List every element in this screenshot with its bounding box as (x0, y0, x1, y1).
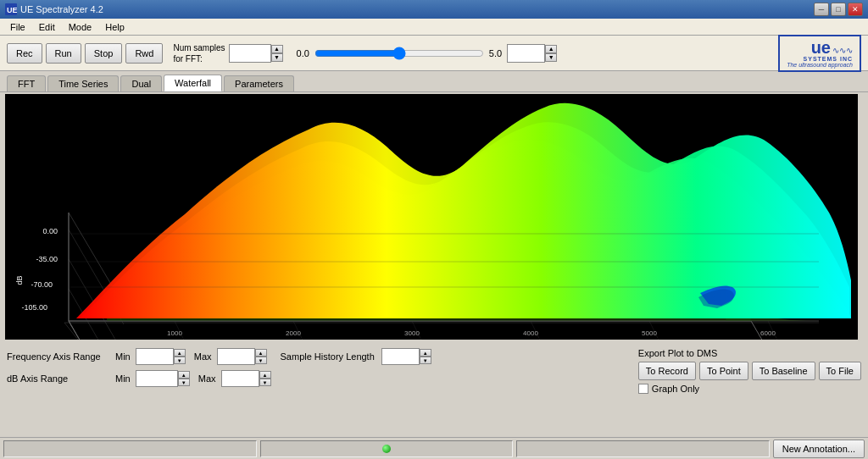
svg-text:-70.00: -70.00 (31, 280, 53, 289)
fft-spin-up[interactable]: ▲ (271, 45, 283, 53)
fft-value-input[interactable]: 4096 (229, 44, 271, 63)
run-button[interactable]: Run (46, 43, 81, 64)
sample-history-input[interactable]: 10 (381, 348, 420, 365)
slider-right-label: 5.0 (489, 48, 502, 58)
svg-text:-105.00: -105.00 (21, 303, 47, 312)
close-button[interactable]: ✕ (848, 3, 863, 16)
fft-label-line2: for FFT: (173, 53, 225, 64)
new-annotation-button[interactable]: New Annotation... (773, 440, 865, 458)
graph-only-checkbox[interactable] (638, 384, 648, 394)
export-title: Export Plot to DMS (638, 348, 861, 358)
rec-button[interactable]: Rec (7, 43, 42, 64)
title-bar: UE UE Spectralyzer 4.2 ─ □ ✕ (0, 0, 868, 19)
logo: ue ∿∿∿ SYSTEMS INC The ultrasound approa… (778, 35, 861, 72)
green-indicator (382, 445, 391, 453)
svg-text:-35.00: -35.00 (36, 255, 58, 263)
restore-button[interactable]: □ (831, 3, 846, 16)
menu-bar: File Edit Mode Help (0, 19, 868, 36)
tab-time-series[interactable]: Time Series (47, 75, 119, 91)
stop-button[interactable]: Stop (85, 43, 123, 64)
value-spin-input[interactable]: 4.73 (507, 44, 545, 63)
to-record-button[interactable]: To Record (638, 362, 696, 380)
db-max-spin-down[interactable]: ▼ (259, 379, 271, 386)
db-max-label: Max (198, 373, 216, 384)
db-min-spin-up[interactable]: ▲ (178, 371, 190, 379)
slider-left-label: 0.0 (297, 48, 309, 58)
db-axis-label: dB Axis Range (7, 373, 108, 384)
menu-edit[interactable]: Edit (32, 20, 62, 34)
sample-history-spin-up[interactable]: ▲ (420, 349, 431, 357)
rwd-button[interactable]: Rwd (125, 43, 163, 64)
tab-fft[interactable]: FFT (7, 75, 46, 91)
to-point-button[interactable]: To Point (699, 362, 748, 380)
freq-max-spin-down[interactable]: ▼ (255, 357, 267, 364)
fft-spin-down[interactable]: ▼ (271, 53, 283, 62)
logo-tagline: The ultrasound approach (787, 62, 853, 68)
waterfall-chart: 0.00 -35.00 -70.00 -105.00 dB (5, 94, 858, 340)
db-min-spin-down[interactable]: ▼ (178, 379, 190, 386)
tabs-bar: FFT Time Series Dual Waterfall Parameter… (0, 71, 868, 92)
app-icon: UE (5, 3, 17, 15)
sample-history-label: Sample History Length (281, 351, 375, 362)
graph-only-label: Graph Only (652, 384, 699, 394)
logo-ue: ue (811, 39, 831, 56)
svg-text:1000: 1000 (167, 329, 182, 337)
menu-mode[interactable]: Mode (62, 20, 99, 34)
freq-axis-label: Frequency Axis Range (7, 351, 108, 362)
svg-text:dB: dB (15, 275, 24, 285)
svg-text:UE: UE (7, 6, 17, 14)
toolbar-slider[interactable] (314, 47, 484, 60)
db-min-input[interactable]: -140 (136, 370, 178, 387)
to-file-button[interactable]: To File (819, 362, 861, 380)
menu-help[interactable]: Help (98, 20, 131, 34)
db-max-input[interactable]: 0 (221, 370, 259, 387)
status-field-3 (516, 440, 770, 457)
svg-text:3000: 3000 (404, 329, 420, 337)
to-baseline-button[interactable]: To Baseline (752, 362, 815, 380)
tab-parameters[interactable]: Parameters (224, 75, 294, 91)
freq-min-label: Min (115, 351, 131, 362)
freq-min-input[interactable]: 10 (136, 348, 174, 365)
freq-max-label: Max (194, 351, 212, 362)
value-spin-down[interactable]: ▼ (545, 53, 557, 62)
logo-wave: ∿∿∿ (832, 46, 853, 55)
svg-text:0.00: 0.00 (42, 227, 58, 235)
status-field-1 (3, 440, 257, 457)
value-spin-up[interactable]: ▲ (545, 45, 557, 53)
svg-text:4000: 4000 (523, 329, 538, 337)
app-title: UE Spectralyzer 4.2 (20, 4, 103, 14)
freq-min-spin-up[interactable]: ▲ (174, 349, 186, 357)
tab-waterfall[interactable]: Waterfall (164, 75, 222, 91)
svg-text:6000: 6000 (760, 329, 776, 337)
freq-max-input[interactable]: 4000 (217, 348, 255, 365)
freq-min-spin-down[interactable]: ▼ (174, 357, 186, 364)
status-field-2 (260, 440, 514, 457)
svg-text:5000: 5000 (642, 329, 657, 337)
freq-max-spin-up[interactable]: ▲ (255, 349, 267, 357)
db-min-label: Min (115, 373, 131, 384)
fft-label-line1: Num samples (173, 42, 225, 53)
menu-file[interactable]: File (3, 20, 32, 34)
minimize-button[interactable]: ─ (814, 3, 829, 16)
db-max-spin-up[interactable]: ▲ (259, 371, 271, 379)
tab-dual[interactable]: Dual (120, 75, 162, 91)
logo-systems: SYSTEMS INC (804, 56, 853, 62)
svg-text:2000: 2000 (286, 329, 301, 337)
sample-history-spin-down[interactable]: ▼ (420, 357, 431, 364)
